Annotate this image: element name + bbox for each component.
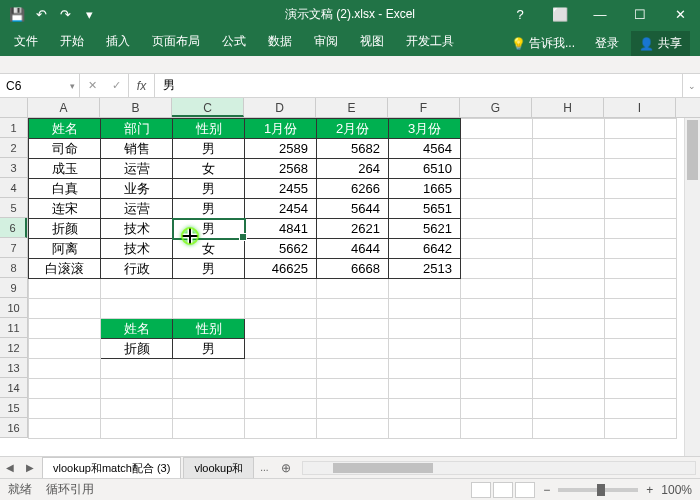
cell[interactable] — [533, 319, 605, 339]
fx-button[interactable]: fx — [129, 74, 155, 97]
cell[interactable] — [101, 299, 173, 319]
col-header-C[interactable]: C — [172, 98, 244, 117]
tab-home[interactable]: 开始 — [50, 27, 94, 56]
zoom-out-button[interactable]: − — [543, 483, 550, 497]
maximize-button[interactable]: ☐ — [620, 0, 660, 28]
cell[interactable]: 男 — [173, 259, 245, 279]
worksheet-grid[interactable]: ABCDEFGHI 12345678910111213141516 姓名部门性别… — [0, 98, 700, 456]
row-header-9[interactable]: 9 — [0, 278, 27, 298]
tab-review[interactable]: 审阅 — [304, 27, 348, 56]
col-header-E[interactable]: E — [316, 98, 388, 117]
cell[interactable] — [389, 399, 461, 419]
formula-input[interactable]: 男 — [155, 74, 682, 97]
cell[interactable]: 2589 — [245, 139, 317, 159]
cell[interactable] — [245, 359, 317, 379]
cell[interactable] — [389, 299, 461, 319]
col-header-G[interactable]: G — [460, 98, 532, 117]
cell[interactable]: 男 — [173, 339, 245, 359]
cell[interactable] — [389, 359, 461, 379]
help-button[interactable]: ? — [500, 0, 540, 28]
cell[interactable] — [101, 359, 173, 379]
vertical-scrollbar[interactable] — [684, 118, 700, 456]
cell[interactable] — [29, 359, 101, 379]
cell[interactable] — [461, 119, 533, 139]
cell[interactable] — [461, 399, 533, 419]
cell[interactable] — [29, 279, 101, 299]
login-button[interactable]: 登录 — [587, 31, 627, 56]
cell[interactable] — [533, 359, 605, 379]
cell[interactable] — [173, 299, 245, 319]
view-layout-icon[interactable] — [493, 482, 513, 498]
cell[interactable]: 男 — [173, 199, 245, 219]
cell[interactable] — [173, 359, 245, 379]
cell[interactable] — [245, 379, 317, 399]
cell[interactable]: 264 — [317, 159, 389, 179]
cell[interactable]: 运营 — [101, 199, 173, 219]
cell[interactable] — [605, 139, 677, 159]
cell[interactable] — [245, 279, 317, 299]
row-header-14[interactable]: 14 — [0, 378, 27, 398]
cell[interactable] — [605, 319, 677, 339]
col-header-H[interactable]: H — [532, 98, 604, 117]
col-header-F[interactable]: F — [388, 98, 460, 117]
row-header-7[interactable]: 7 — [0, 238, 27, 258]
cell[interactable]: 折颜 — [29, 219, 101, 239]
tab-formula[interactable]: 公式 — [212, 27, 256, 56]
cell[interactable]: 成玉 — [29, 159, 101, 179]
cell[interactable] — [605, 339, 677, 359]
minimize-button[interactable]: — — [580, 0, 620, 28]
name-box[interactable]: C6 — [0, 74, 80, 97]
select-all-corner[interactable] — [0, 98, 28, 118]
cell[interactable] — [29, 419, 101, 439]
cell[interactable] — [533, 339, 605, 359]
cell[interactable] — [461, 419, 533, 439]
cell[interactable]: 技术 — [101, 219, 173, 239]
tab-file[interactable]: 文件 — [4, 27, 48, 56]
cell[interactable]: 6266 — [317, 179, 389, 199]
cell[interactable]: 男 — [173, 219, 245, 239]
tab-developer[interactable]: 开发工具 — [396, 27, 464, 56]
cell[interactable] — [29, 299, 101, 319]
cell[interactable]: 6510 — [389, 159, 461, 179]
row-header-4[interactable]: 4 — [0, 178, 27, 198]
cell[interactable]: 4841 — [245, 219, 317, 239]
cell[interactable]: 白滚滚 — [29, 259, 101, 279]
cell[interactable]: 2621 — [317, 219, 389, 239]
cell[interactable] — [605, 419, 677, 439]
cell[interactable] — [317, 339, 389, 359]
col-header-A[interactable]: A — [28, 98, 100, 117]
cell[interactable] — [533, 119, 605, 139]
cell[interactable] — [605, 159, 677, 179]
col-header-B[interactable]: B — [100, 98, 172, 117]
cell[interactable] — [461, 179, 533, 199]
row-header-13[interactable]: 13 — [0, 358, 27, 378]
cell[interactable] — [605, 379, 677, 399]
cell[interactable] — [533, 379, 605, 399]
cell[interactable] — [173, 279, 245, 299]
cell[interactable] — [461, 219, 533, 239]
cell[interactable] — [605, 219, 677, 239]
cell[interactable] — [389, 319, 461, 339]
cell[interactable] — [245, 399, 317, 419]
ribbon-toggle-button[interactable]: ⬜ — [540, 0, 580, 28]
row-header-6[interactable]: 6 — [0, 218, 27, 238]
row-header-5[interactable]: 5 — [0, 198, 27, 218]
cell[interactable] — [533, 219, 605, 239]
cell[interactable]: 6642 — [389, 239, 461, 259]
cell[interactable] — [533, 139, 605, 159]
view-break-icon[interactable] — [515, 482, 535, 498]
cell[interactable] — [317, 299, 389, 319]
cell[interactable]: 女 — [173, 239, 245, 259]
qat-more-icon[interactable]: ▾ — [78, 3, 100, 25]
cell[interactable] — [605, 179, 677, 199]
cell[interactable] — [461, 339, 533, 359]
tab-data[interactable]: 数据 — [258, 27, 302, 56]
cell[interactable] — [173, 419, 245, 439]
cell[interactable] — [461, 259, 533, 279]
cell[interactable] — [245, 339, 317, 359]
cell[interactable]: 技术 — [101, 239, 173, 259]
cell[interactable]: 4564 — [389, 139, 461, 159]
expand-formula-icon[interactable]: ⌄ — [682, 74, 700, 97]
sheet-more-icon[interactable]: ... — [254, 462, 274, 473]
cell[interactable] — [245, 319, 317, 339]
